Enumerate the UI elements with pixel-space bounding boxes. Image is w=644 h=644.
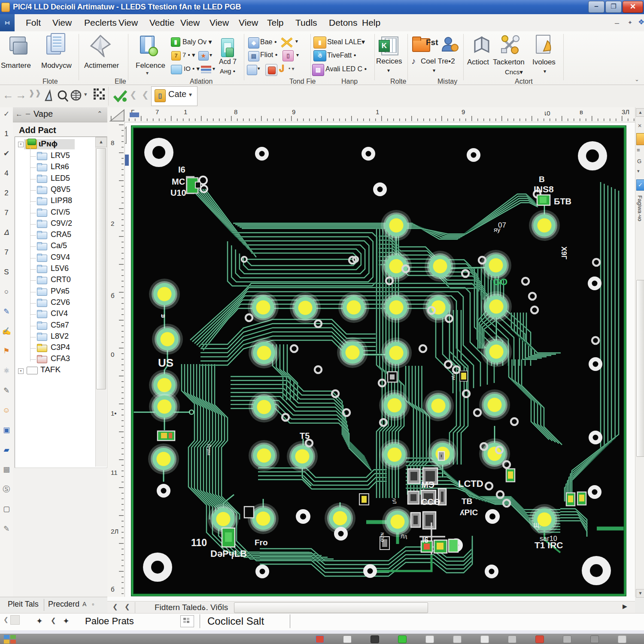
svg-text:ʉ: ʉ (161, 312, 165, 319)
svg-text:DәPӌLB: DәPӌLB (210, 548, 247, 559)
svg-text:INS8: INS8 (534, 184, 554, 194)
svg-text:MЭ: MЭ (421, 480, 434, 489)
svg-text:I6: I6 (422, 536, 428, 544)
svg-text:B: B (539, 175, 545, 184)
svg-text:яу: яу (494, 226, 501, 233)
svg-text:ѕаг10: ѕаг10 (540, 535, 557, 542)
svg-text:MC: MC (172, 177, 185, 186)
svg-text:CСӨ: CСӨ (421, 497, 440, 507)
svg-text:БTB: БTB (554, 197, 571, 206)
svg-text:X9Г: X9Г (560, 246, 568, 260)
svg-text:Лӆ: Лӆ (401, 534, 407, 540)
svg-text:ɴло: ɴло (380, 532, 386, 542)
svg-text:US: US (158, 356, 173, 369)
svg-text:LCTD: LCTD (458, 478, 483, 489)
svg-text:ӆЛ: ӆЛ (392, 498, 397, 504)
svg-text:I6: I6 (178, 165, 185, 174)
svg-text:Fro: Fro (255, 538, 268, 547)
svg-text:Лӆм: Лӆм (451, 371, 456, 380)
svg-text:T5: T5 (300, 431, 310, 440)
svg-text:Щ.: Щ. (534, 522, 541, 529)
svg-text:TB: TB (462, 497, 472, 506)
svg-text:GO: GO (493, 276, 507, 287)
svg-text:ʎPIC: ʎPIC (460, 508, 478, 517)
svg-text:110: 110 (191, 537, 207, 548)
svg-text:Лӆвм: Лӆвм (207, 444, 212, 456)
svg-text:U10: U10 (170, 188, 186, 197)
